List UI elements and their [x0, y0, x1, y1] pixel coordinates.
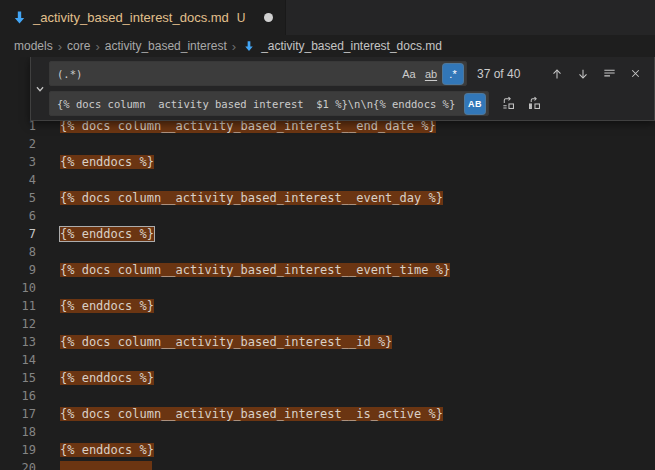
line-number: 11 [0, 297, 48, 315]
find-match-highlight [60, 461, 152, 470]
editor-line[interactable]: 4 [0, 171, 655, 189]
code-line [48, 171, 60, 189]
code-line [48, 135, 60, 153]
unsaved-changes-dot[interactable] [264, 13, 273, 22]
find-in-selection-button[interactable] [598, 63, 620, 85]
editor-line[interactable]: 11{% enddocs %} [0, 297, 655, 315]
toggle-replace-chevron[interactable] [31, 61, 49, 116]
line-number: 8 [0, 243, 48, 261]
chevron-right-icon: › [232, 39, 236, 54]
code-line [48, 243, 60, 261]
markdown-file-icon [243, 40, 255, 52]
code-line [48, 207, 60, 225]
editor-pane[interactable]: Aa ab .* 37 of 40 [0, 57, 655, 470]
line-number: 7 [0, 225, 48, 243]
git-status-badge: U [237, 11, 246, 25]
editor-line[interactable]: 19{% enddocs %} [0, 441, 655, 459]
line-number: 17 [0, 405, 48, 423]
close-find-widget-button[interactable] [624, 63, 646, 85]
code-line [48, 279, 60, 297]
find-match-highlight: {% docs column__activity_based_interest_… [60, 407, 443, 421]
code-line: {% enddocs %} [48, 441, 154, 459]
find-match-highlight: {% enddocs %} [60, 443, 154, 457]
markdown-file-icon [12, 10, 27, 25]
editor-line[interactable]: 14 [0, 351, 655, 369]
line-number: 6 [0, 207, 48, 225]
code-line: {% docs column__activity_based_interest_… [48, 261, 450, 279]
code-line [48, 351, 60, 369]
previous-match-button[interactable] [546, 63, 568, 85]
line-number: 4 [0, 171, 48, 189]
code-line [48, 459, 152, 470]
code-line: {% enddocs %} [48, 153, 154, 171]
match-case-button[interactable]: Aa [399, 64, 419, 84]
preserve-case-button[interactable]: AB [465, 94, 485, 114]
editor-line[interactable]: 18 [0, 423, 655, 441]
line-number: 12 [0, 315, 48, 333]
find-row: Aa ab .* 37 of 40 [49, 61, 646, 86]
find-match-highlight: {% enddocs %} [60, 227, 154, 241]
line-number: 20 [0, 459, 48, 470]
line-number: 9 [0, 261, 48, 279]
chevron-right-icon: › [95, 39, 99, 54]
find-results-count: 37 of 40 [477, 67, 520, 81]
line-number: 10 [0, 279, 48, 297]
line-number: 2 [0, 135, 48, 153]
find-match-highlight: {% docs column__activity_based_interest_… [60, 191, 443, 205]
find-match-highlight: {% docs column__activity_based_interest_… [60, 119, 436, 133]
breadcrumb-item-models[interactable]: models [14, 39, 53, 53]
editor-line[interactable]: 13{% docs column__activity_based_interes… [0, 333, 655, 351]
code-line: {% docs column__activity_based_interest_… [48, 189, 443, 207]
next-match-button[interactable] [572, 63, 594, 85]
editor-line[interactable]: 15{% enddocs %} [0, 369, 655, 387]
code-line: {% docs column__activity_based_interest_… [48, 405, 443, 423]
editor-line[interactable]: 3{% enddocs %} [0, 153, 655, 171]
editor-line[interactable]: 2 [0, 135, 655, 153]
code-line [48, 423, 60, 441]
regex-button[interactable]: .* [443, 64, 463, 84]
find-match-highlight: {% docs column__activity_based_interest_… [60, 263, 450, 277]
replace-input-box: AB [49, 91, 489, 116]
editor-line[interactable]: 7{% enddocs %} [0, 225, 655, 243]
editor-line[interactable]: 8 [0, 243, 655, 261]
tab-activity-docs[interactable]: _activity_based_interest_docs.md U [0, 0, 286, 35]
line-number: 13 [0, 333, 48, 351]
editor-line[interactable]: 20 [0, 459, 655, 470]
tab-bar: _activity_based_interest_docs.md U [0, 0, 655, 35]
whole-word-button[interactable]: ab [421, 64, 441, 84]
editor-line[interactable]: 5{% docs column__activity_based_interest… [0, 189, 655, 207]
breadcrumb: models › core › activity_based_interest … [0, 35, 655, 57]
find-match-highlight: {% docs column__activity_based_interest_… [60, 335, 392, 349]
code-line: {% enddocs %} [48, 297, 154, 315]
code-line: {% enddocs %} [48, 225, 154, 243]
line-number: 19 [0, 441, 48, 459]
editor-line[interactable]: 16 [0, 387, 655, 405]
line-number: 3 [0, 153, 48, 171]
chevron-right-icon: › [58, 39, 62, 54]
line-number: 15 [0, 369, 48, 387]
replace-button[interactable] [497, 93, 519, 115]
code-line: {% enddocs %} [48, 369, 154, 387]
line-number: 18 [0, 423, 48, 441]
editor-line[interactable]: 6 [0, 207, 655, 225]
editor-line[interactable]: 9{% docs column__activity_based_interest… [0, 261, 655, 279]
find-input[interactable] [57, 68, 397, 80]
breadcrumb-item-core[interactable]: core [67, 39, 90, 53]
tab-filename: _activity_based_interest_docs.md [33, 10, 229, 25]
editor-line[interactable]: 10 [0, 279, 655, 297]
find-input-box: Aa ab .* [49, 61, 467, 86]
find-widget: Aa ab .* 37 of 40 [30, 57, 655, 121]
editor-line[interactable]: 12 [0, 315, 655, 333]
breadcrumb-item-activity-based-interest[interactable]: activity_based_interest [105, 39, 227, 53]
line-number: 5 [0, 189, 48, 207]
line-number: 14 [0, 351, 48, 369]
code-line: {% docs column__activity_based_interest_… [48, 333, 392, 351]
vscode-window: _activity_based_interest_docs.md U model… [0, 0, 655, 470]
editor-line[interactable]: 17{% docs column__activity_based_interes… [0, 405, 655, 423]
find-match-highlight: {% enddocs %} [60, 155, 154, 169]
find-match-highlight: {% enddocs %} [60, 371, 154, 385]
breadcrumb-item-file[interactable]: _activity_based_interest_docs.md [261, 39, 442, 53]
line-number: 16 [0, 387, 48, 405]
replace-input[interactable] [57, 98, 463, 110]
replace-all-button[interactable] [523, 93, 545, 115]
